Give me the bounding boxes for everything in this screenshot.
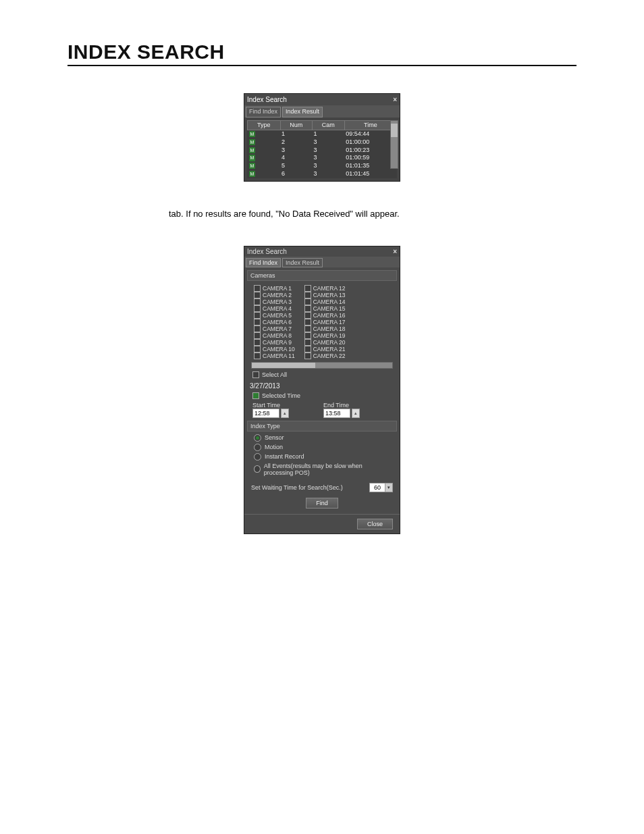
motion-badge-icon: M xyxy=(249,131,256,137)
camera-checkbox[interactable]: CAMERA 11 xyxy=(254,353,295,359)
camera-checkbox[interactable]: CAMERA 17 xyxy=(304,319,346,325)
camera-checkbox[interactable]: CAMERA 12 xyxy=(304,285,346,292)
results-table: Type Num Cam Time M1109:54:44 M2301:00:0… xyxy=(247,120,397,178)
find-button[interactable]: Find xyxy=(306,498,338,509)
camera-checkbox[interactable]: CAMERA 10 xyxy=(254,346,295,353)
col-type[interactable]: Type xyxy=(248,120,281,130)
camera-list: CAMERA 1 CAMERA 2 CAMERA 3 CAMERA 4 CAME… xyxy=(244,282,400,361)
col-time[interactable]: Time xyxy=(344,120,396,130)
camera-checkbox[interactable]: CAMERA 6 xyxy=(254,319,295,325)
index-result-window: Index Search × Find Index Index Result T… xyxy=(244,93,400,182)
camera-checkbox[interactable]: CAMERA 4 xyxy=(254,305,295,312)
camera-checkbox[interactable]: CAMERA 1 xyxy=(254,285,295,292)
camera-checkbox[interactable]: CAMERA 15 xyxy=(304,305,346,312)
index-type-section-label: Index Type xyxy=(247,421,397,432)
start-time-input[interactable]: 12:58 xyxy=(252,409,279,418)
end-time-input[interactable]: 13:58 xyxy=(323,409,350,418)
selected-time-checkbox[interactable]: Selected Time xyxy=(252,392,392,399)
camera-checkbox[interactable]: CAMERA 2 xyxy=(254,292,295,298)
page-title: INDEX SEARCH xyxy=(68,41,576,66)
end-time-label: End Time xyxy=(323,402,392,409)
body-text: tab. If no results are found, "No Data R… xyxy=(169,209,576,219)
table-row[interactable]: M1109:54:44 xyxy=(248,130,397,138)
horizontal-scrollbar[interactable] xyxy=(251,362,393,369)
camera-checkbox[interactable]: CAMERA 3 xyxy=(254,298,295,305)
motion-badge-icon: M xyxy=(249,139,256,145)
camera-checkbox[interactable]: CAMERA 16 xyxy=(304,312,346,319)
table-row[interactable]: M2301:00:00 xyxy=(248,138,397,147)
camera-checkbox[interactable]: CAMERA 20 xyxy=(304,339,346,346)
radio-instant-record[interactable]: Instant Record xyxy=(254,453,390,461)
col-cam[interactable]: Cam xyxy=(313,120,345,130)
window-title: Index Search xyxy=(247,248,287,255)
camera-checkbox[interactable]: CAMERA 21 xyxy=(304,346,346,353)
camera-checkbox[interactable]: CAMERA 7 xyxy=(254,325,295,332)
camera-checkbox[interactable]: CAMERA 19 xyxy=(304,332,346,339)
tab-index-result[interactable]: Index Result xyxy=(282,258,323,267)
radio-motion[interactable]: Motion xyxy=(254,444,390,451)
start-time-spinner[interactable]: ▴ xyxy=(281,409,289,418)
end-time-spinner[interactable]: ▴ xyxy=(352,409,360,418)
tab-find-index[interactable]: Find Index xyxy=(246,107,281,118)
motion-badge-icon: M xyxy=(249,147,256,153)
radio-all-events[interactable]: All Events(results may be slow when proc… xyxy=(254,463,390,476)
cameras-section-label: Cameras xyxy=(247,270,397,281)
wait-time-select[interactable]: 60 ▾ xyxy=(369,483,393,492)
camera-checkbox[interactable]: CAMERA 14 xyxy=(304,298,346,305)
radio-sensor[interactable]: Sensor xyxy=(254,434,390,442)
motion-badge-icon: M xyxy=(249,155,256,161)
motion-badge-icon: M xyxy=(249,163,256,169)
window-title: Index Search xyxy=(247,95,287,104)
close-button[interactable]: Close xyxy=(357,519,393,529)
table-row[interactable]: M4301:00:59 xyxy=(248,154,397,162)
close-icon[interactable]: × xyxy=(393,248,397,255)
tab-find-index[interactable]: Find Index xyxy=(246,258,281,267)
camera-checkbox[interactable]: CAMERA 13 xyxy=(304,292,346,298)
tab-index-result[interactable]: Index Result xyxy=(282,107,323,118)
selected-date: 3/27/2013 xyxy=(250,382,394,390)
wait-time-label: Set Waiting Time for Search(Sec.) xyxy=(251,484,343,491)
table-row[interactable]: M5301:01:35 xyxy=(248,162,397,170)
table-row[interactable]: M3301:00:23 xyxy=(248,147,397,155)
chevron-down-icon: ▾ xyxy=(385,483,393,492)
table-row[interactable]: M6301:01:45 xyxy=(248,170,397,178)
camera-checkbox[interactable]: CAMERA 18 xyxy=(304,325,346,332)
start-time-label: Start Time xyxy=(252,402,321,409)
camera-checkbox[interactable]: CAMERA 9 xyxy=(254,339,295,346)
close-icon[interactable]: × xyxy=(393,95,397,104)
find-index-window: Index Search × Find Index Index Result C… xyxy=(244,246,400,534)
select-all-checkbox[interactable]: Select All xyxy=(252,371,392,378)
camera-checkbox[interactable]: CAMERA 22 xyxy=(304,353,346,359)
camera-checkbox[interactable]: CAMERA 5 xyxy=(254,312,295,319)
col-num[interactable]: Num xyxy=(280,120,313,130)
vertical-scrollbar[interactable] xyxy=(390,120,398,169)
camera-checkbox[interactable]: CAMERA 8 xyxy=(254,332,295,339)
motion-badge-icon: M xyxy=(249,171,256,177)
